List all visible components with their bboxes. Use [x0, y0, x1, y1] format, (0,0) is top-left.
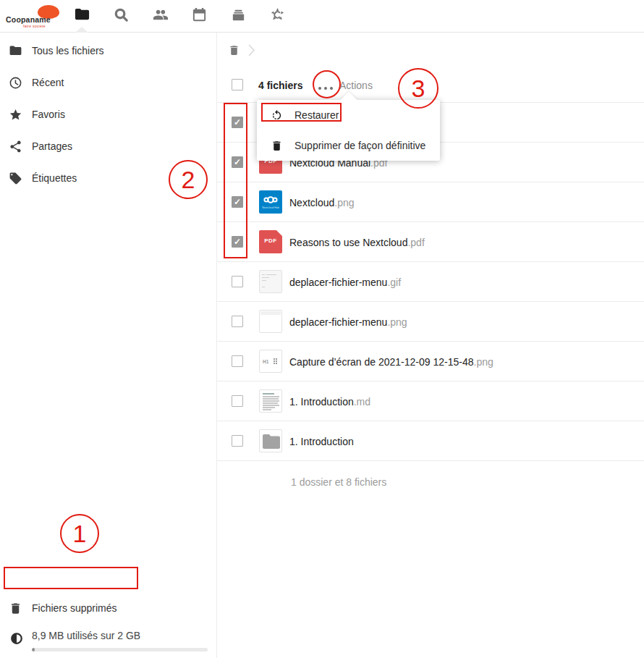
row-checkbox[interactable] [232, 395, 243, 407]
sidebar-item-favorites[interactable]: Favoris [0, 98, 216, 130]
app-calendar-button[interactable] [179, 0, 219, 33]
menu-item-delete-permanently[interactable]: Supprimer de façon définitive [257, 130, 440, 161]
sidebar-item-deleted-files[interactable]: Fichiers supprimés [0, 592, 216, 624]
folder-icon [9, 44, 22, 58]
table-row[interactable]: 1. Introduction.md [217, 381, 644, 421]
file-extension: .png [474, 356, 493, 368]
annotation-number: 1 [73, 521, 87, 546]
trash-icon [9, 602, 22, 615]
svg-text:Nextcloud Hub: Nextcloud Hub [262, 206, 279, 209]
trash-icon [271, 140, 283, 152]
app-navigation [62, 0, 297, 33]
folder-icon [259, 429, 282, 452]
annotation-number: 2 [182, 167, 195, 192]
table-row[interactable]: 1. Introduction [217, 421, 644, 461]
file-name: deplacer-fichier-menu [289, 316, 387, 328]
annotation-rect-restore [261, 103, 342, 122]
menu-item-label: Supprimer de façon définitive [295, 140, 425, 151]
coopaname-logo[interactable]: Coopaname faire société [6, 3, 64, 30]
row-checkbox[interactable] [232, 355, 243, 367]
storage-quota-fill [32, 648, 35, 651]
app-files-button[interactable] [62, 0, 101, 33]
logo-tagline: faire société [23, 24, 46, 28]
star-c-icon [269, 7, 286, 26]
app-activity-button[interactable] [258, 0, 297, 33]
sidebar-item-label: Récent [32, 77, 64, 88]
file-extension: .png [334, 197, 354, 208]
files-sidebar: Tous les fichiers Récent Favoris Partage… [0, 33, 217, 658]
deck-icon [230, 7, 247, 26]
annotation-circle-1: 1 [60, 514, 99, 553]
chevron-right-icon [247, 43, 256, 60]
top-bar: Coopaname faire société [0, 0, 644, 33]
app-contacts-button[interactable] [140, 0, 179, 33]
file-name: 1. Introduction [289, 436, 354, 447]
users-icon [152, 7, 169, 26]
table-row[interactable]: ✓ Nextcloud Hub Nextcloud.png [217, 182, 644, 222]
actions-menu-label[interactable]: Actions [339, 80, 373, 91]
file-name: Nextcloud [289, 197, 334, 208]
annotation-circle-3: 3 [398, 68, 438, 109]
annotation-circle-2: 2 [169, 160, 208, 199]
clock-icon [9, 76, 22, 90]
table-row[interactable]: H1 Capture d’écran de 2021-12-09 12-15-4… [217, 342, 644, 381]
annotation-rect-deleted-files [4, 567, 138, 589]
calendar-icon [191, 7, 208, 26]
logo-text: Coopaname [6, 15, 51, 24]
file-name: deplacer-fichier-menu [289, 277, 387, 288]
file-name: Reasons to use Nextcloud [289, 237, 407, 248]
breadcrumb-trash-icon[interactable] [228, 43, 240, 57]
file-name: 1. Introduction [289, 396, 354, 408]
storage-quota-text: 8,9 MB utilisés sur 2 GB [32, 630, 140, 641]
file-extension: .pdf [407, 237, 424, 248]
image-thumbnail [259, 310, 282, 333]
annotation-circle-ellipsis [313, 70, 341, 98]
folder-icon [74, 7, 90, 26]
table-row[interactable]: ✓ PDF Reasons to use Nextcloud.pdf [217, 222, 644, 262]
sidebar-item-label: Favoris [32, 109, 65, 120]
sidebar-item-recent[interactable]: Récent [0, 67, 216, 98]
annotation-number: 3 [412, 76, 425, 101]
app-deck-button[interactable] [219, 0, 258, 33]
pdf-file-icon: PDF [259, 230, 282, 253]
table-row[interactable]: deplacer-fichier-menu.png [217, 302, 644, 342]
sidebar-item-shares[interactable]: Partages [0, 130, 216, 162]
sidebar-item-label: Étiquettes [32, 172, 77, 184]
share-icon [9, 140, 22, 153]
selected-count-label: 4 fichiers [258, 80, 302, 91]
file-extension: .md [354, 396, 370, 408]
sidebar-item-all-files[interactable]: Tous les fichiers [0, 35, 216, 67]
tag-icon [9, 172, 22, 185]
image-thumbnail [259, 270, 282, 293]
magnifier-icon [113, 7, 130, 26]
table-row[interactable]: deplacer-fichier-menu.gif [217, 262, 644, 302]
app-search-button[interactable] [101, 0, 140, 33]
nextcloud-logo-thumbnail: Nextcloud Hub [259, 190, 282, 214]
text-document-thumbnail [259, 389, 282, 413]
file-count-summary: 1 dossier et 8 fichiers [291, 476, 386, 488]
file-name: Capture d’écran de 2021-12-09 12-15-48 [289, 356, 474, 368]
sidebar-item-label: Fichiers supprimés [32, 602, 116, 614]
row-checkbox[interactable] [232, 276, 243, 287]
file-extension: .png [387, 316, 407, 328]
row-checkbox[interactable] [232, 435, 243, 447]
select-all-checkbox[interactable] [232, 79, 243, 90]
file-extension: .gif [387, 277, 401, 288]
storage-quota-icon [10, 632, 23, 645]
storage-quota-bar [32, 648, 208, 651]
sidebar-item-label: Partages [32, 140, 72, 152]
sidebar-item-label: Tous les fichiers [32, 45, 104, 56]
annotation-rect-checkboxes [224, 103, 247, 258]
star-icon [9, 108, 22, 122]
row-checkbox[interactable] [232, 316, 243, 327]
screenshot-thumbnail: H1 [259, 350, 282, 373]
